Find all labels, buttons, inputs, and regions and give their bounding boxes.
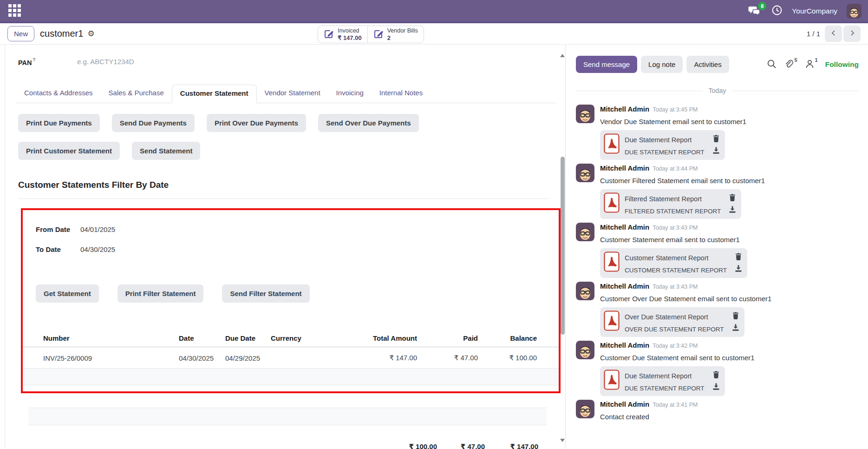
statement-table-row[interactable]: INV/25-26/0009 04/30/2025 04/29/2025 ₹ 1… (23, 347, 559, 369)
attachment-card[interactable]: Due Statement Report DUE STATEMENT REPOR… (600, 366, 725, 396)
messages-menu[interactable]: 8 (748, 5, 762, 17)
trash-icon (729, 196, 736, 203)
tab-vendor-statement[interactable]: Vendor Statement (257, 85, 328, 103)
attachment-card[interactable]: Due Statement Report DUE STATEMENT REPOR… (600, 130, 725, 160)
log-note-button[interactable]: Log note (641, 56, 683, 73)
author-avatar[interactable] (576, 223, 594, 241)
message-author[interactable]: Mitchell Admin (600, 223, 649, 231)
message-author[interactable]: Mitchell Admin (600, 282, 649, 290)
section-title: Customer Statements Filter By Date (18, 180, 169, 190)
activities-button[interactable]: Activities (686, 56, 729, 73)
filter-action-button[interactable]: Get Statement (36, 284, 99, 303)
author-avatar[interactable] (576, 164, 594, 182)
message-timestamp: Today at 3:43 PM (653, 284, 698, 290)
gear-icon[interactable]: ⚙ (87, 29, 94, 39)
pdf-file-icon (604, 192, 620, 216)
apps-menu-button[interactable] (7, 3, 22, 19)
stat-button-vendor-bills[interactable]: Vendor Bills 2 (367, 26, 424, 43)
message-author[interactable]: Mitchell Admin (600, 400, 649, 408)
download-attachment-button[interactable] (729, 206, 736, 214)
pdf-file-icon (604, 310, 620, 334)
statement-action-button[interactable]: Print Customer Statement (18, 142, 120, 160)
delete-attachment-button[interactable] (712, 371, 720, 380)
tab-internal-notes[interactable]: Internal Notes (372, 85, 431, 103)
trash-icon (735, 255, 742, 262)
following-toggle[interactable]: Following (825, 60, 859, 69)
chatter-toolbar: Send message Log note Activities 5 (566, 45, 868, 73)
date-divider: Today (576, 87, 859, 94)
stat-button-invoiced[interactable]: Invoiced ₹ 147.00 (318, 26, 367, 43)
attachment-card[interactable]: Over Due Statement Report OVER DUE STATE… (600, 307, 744, 337)
scrollbar-thumb[interactable] (561, 157, 565, 335)
author-avatar[interactable] (576, 282, 594, 300)
search-icon (767, 59, 777, 70)
followers-button[interactable]: 1 (805, 59, 818, 70)
filter-by-date-highlight-box: From Date 04/01/2025 To Date 04/30/2025 … (21, 208, 561, 393)
statement-action-button[interactable]: Print Over Due Payments (207, 114, 306, 132)
attachment-filename: CUSTOMER STATEMENT REPORT (625, 266, 727, 275)
col-date: Date (179, 329, 225, 347)
statement-actions-row-2: Print Customer Statement Send Statement (18, 142, 200, 160)
paperclip-icon (784, 59, 794, 70)
author-avatar[interactable] (576, 105, 594, 123)
filter-action-button[interactable]: Print Filter Statement (117, 284, 204, 303)
new-button[interactable]: New (7, 26, 34, 41)
delete-attachment-button[interactable] (732, 312, 739, 321)
scroll-up-arrow[interactable] (560, 54, 565, 57)
message-timestamp: Today at 3:45 PM (653, 106, 698, 113)
attachments-button[interactable]: 5 (784, 59, 797, 70)
filter-action-button[interactable]: Send Filter Statement (222, 284, 309, 303)
activities-clock-menu[interactable] (771, 5, 783, 17)
statement-table: Number Date Due Date Currency Total Amou… (23, 329, 559, 385)
tab-invoicing[interactable]: Invoicing (328, 85, 372, 103)
chatter-message: Mitchell AdminToday at 3:43 PM Customer … (576, 223, 859, 278)
download-attachment-button[interactable] (712, 147, 720, 155)
download-icon (729, 207, 736, 214)
author-avatar[interactable] (576, 341, 594, 359)
statement-action-button[interactable]: Send Statement (132, 142, 200, 160)
download-icon (732, 325, 739, 332)
pager-previous-button[interactable] (825, 26, 842, 42)
chat-bubbles-icon (748, 11, 761, 19)
statement-action-button[interactable]: Print Due Payments (18, 114, 100, 132)
stat-value: ₹ 147.00 (338, 34, 362, 41)
statement-action-button[interactable]: Send Due Payments (112, 114, 195, 132)
pager-next-button[interactable] (843, 26, 861, 42)
followers-count: 1 (815, 57, 818, 63)
attachment-card[interactable]: Customer Statement Report CUSTOMER STATE… (600, 248, 747, 278)
download-icon (712, 384, 720, 391)
author-avatar[interactable] (576, 400, 594, 418)
download-attachment-button[interactable] (712, 383, 720, 391)
download-attachment-button[interactable] (735, 265, 742, 273)
user-avatar[interactable] (847, 4, 861, 19)
cell-balance: ₹ 100.00 (478, 347, 537, 369)
tab-sales-purchase[interactable]: Sales & Purchase (101, 85, 172, 103)
delete-attachment-button[interactable] (735, 253, 742, 262)
message-author[interactable]: Mitchell Admin (600, 341, 649, 349)
send-message-button[interactable]: Send message (576, 56, 637, 73)
section-divider (18, 198, 548, 199)
tab-contacts-addresses[interactable]: Contacts & Addresses (16, 85, 101, 103)
attachment-title: Due Statement Report (625, 136, 705, 145)
search-messages-button[interactable] (767, 59, 777, 70)
download-attachment-button[interactable] (732, 324, 739, 332)
message-author[interactable]: Mitchell Admin (600, 105, 649, 113)
to-date-row: To Date 04/30/2025 (36, 245, 115, 253)
attachment-title: Filtered Statement Report (625, 195, 721, 204)
edit-pencil-icon (373, 29, 384, 40)
stat-label: Vendor Bills (387, 27, 418, 34)
delete-attachment-button[interactable] (729, 194, 736, 203)
scroll-down-arrow[interactable] (560, 439, 565, 442)
to-date-value[interactable]: 04/30/2025 (80, 245, 115, 253)
from-date-value[interactable]: 04/01/2025 (80, 225, 115, 233)
delete-attachment-button[interactable] (712, 135, 720, 144)
tab-customer-statement[interactable]: Customer Statement (172, 85, 257, 103)
company-name[interactable]: YourCompany (792, 7, 837, 15)
message-body: Customer Due Statement email sent to cus… (600, 353, 859, 363)
statement-action-button[interactable]: Send Over Due Payments (318, 114, 419, 132)
stat-buttons: Invoiced ₹ 147.00 Vendor Bills 2 (318, 26, 424, 43)
message-author[interactable]: Mitchell Admin (600, 164, 649, 172)
attachment-card[interactable]: Filtered Statement Report FILTERED STATE… (600, 189, 741, 219)
trash-icon (713, 373, 719, 380)
pan-input[interactable] (77, 58, 230, 66)
